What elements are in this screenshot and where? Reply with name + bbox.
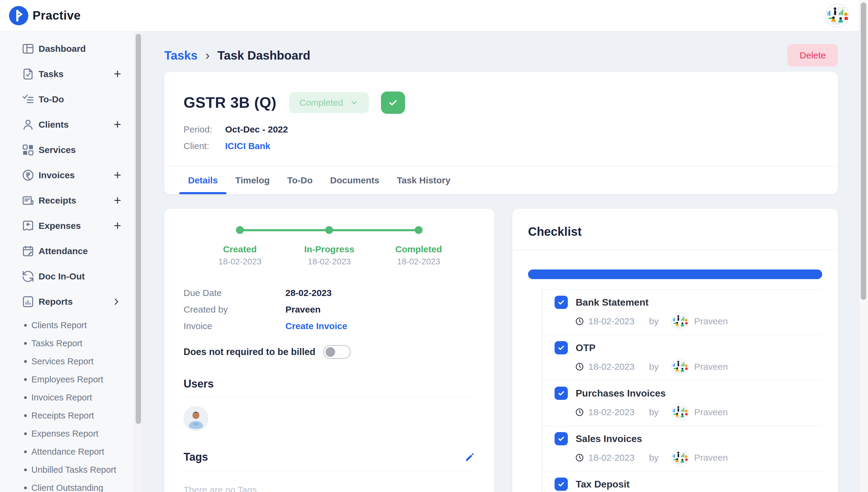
window-scrollbar-track [859,0,868,492]
checklist-item-meta: 18-02-2023byPraveen [575,358,822,375]
bullet-icon [24,487,27,489]
checklist-item-user: Praveen [694,362,728,372]
sidebar-item-services[interactable]: Services [0,137,143,163]
bullet-icon [24,414,27,417]
expenses-icon [21,219,35,233]
checkbox-checked-icon[interactable] [555,341,568,354]
sidebar-item-receipts[interactable]: Receipts+ [0,188,143,213]
sidebar-report-item-invoices-report[interactable]: Invoices Report [0,388,143,407]
sidebar-item-doc-in-out[interactable]: Doc In-Out [0,264,143,289]
sidebar-report-item-receipts-report[interactable]: Receipts Report [0,407,143,424]
tags-heading: Tags [184,451,208,463]
checklist-progress-bar [528,270,822,279]
sidebar-report-item-expenses-report[interactable]: Expenses Report [0,424,143,443]
tab-to-do[interactable]: To-Do [279,166,321,194]
timeline-step-date: 18-02-2023 [218,257,261,267]
assigned-user-avatar [184,406,208,431]
sidebar-item-invoices[interactable]: Invoices+ [0,163,143,188]
checklist-item-title-row: OTP [555,341,822,354]
services-icon [21,143,35,157]
sidebar-item-dashboard[interactable]: Dashboard [0,36,143,62]
checklist-items: Bank Statement18-02-2023byPraveenOTP18-0… [542,289,822,492]
user-avatar[interactable] [825,4,849,28]
sidebar-item-expenses[interactable]: Expenses+ [0,213,143,239]
checklist-item-meta: 18-02-2023byPraveen [575,449,822,466]
sidebar-report-item-tasks-report[interactable]: Tasks Report [0,334,143,352]
period-row: Period: Oct-Dec - 2022 [184,121,819,138]
page-title: Task Dashboard [217,49,310,62]
tab-timelog[interactable]: Timelog [226,166,278,194]
sidebar-report-item-employees-report[interactable]: Employees Report [0,370,143,388]
sidebar-report-item-services-report[interactable]: Services Report [0,352,143,370]
report-item-label: Invoices Report [31,393,92,402]
page-header: Tasks › Task Dashboard Delete [164,44,838,67]
checkbox-checked-icon[interactable] [555,387,568,400]
breadcrumb-separator: › [205,48,209,63]
checklist-item-meta: 18-02-2023byPraveen [575,403,822,421]
sidebar-item-attendance[interactable]: Attendance [0,239,143,264]
billing-toggle[interactable] [323,345,351,359]
task-header-card: GSTR 3B (Q) Completed Period: Oct-Dec - … [164,72,838,194]
checklist-item-title: Purchases Invoices [576,388,666,399]
attendance-icon [21,244,35,258]
sidebar: DashboardTasks+To-DoClients+ServicesInvo… [0,31,143,492]
bullet-icon [24,468,27,471]
tab-task-history[interactable]: Task History [388,166,459,194]
sidebar-item-tasks[interactable]: Tasks+ [0,62,143,87]
brand: Practive [9,6,81,25]
client-link[interactable]: ICICI Bank [225,141,271,151]
chevron-right-icon[interactable] [112,297,121,306]
checklist-item-otp: OTP18-02-2023byPraveen [542,335,822,380]
create-invoice-link[interactable]: Create Invoice [285,321,347,331]
due-date-row: Due Date 28-02-2023 [184,285,475,301]
sidebar-item-to-do[interactable]: To-Do [0,87,143,112]
pencil-icon[interactable] [465,452,475,462]
bullet-icon [24,360,27,363]
bullet-icon [24,396,27,399]
sidebar-report-item-unbilled-tasks-report[interactable]: Unbilled Tasks Report [0,461,143,479]
sidebar-scrollbar-thumb[interactable] [136,34,141,424]
tab-details[interactable]: Details [179,166,226,194]
checklist-item-title: Sales Invoices [576,433,642,444]
receipts-icon [21,194,35,207]
timeline-step-completed: Completed18-02-2023 [374,226,464,267]
reports-icon [21,295,35,309]
sidebar-report-item-attendance-report[interactable]: Attendance Report [0,443,143,461]
sidebar-item-reports[interactable]: Reports [0,289,143,314]
tab-documents[interactable]: Documents [321,166,388,194]
mark-complete-button[interactable] [381,92,405,114]
status-badge[interactable]: Completed [289,92,369,113]
plus-icon[interactable]: + [114,194,121,207]
billing-toggle-label: Does not required to be billed [184,347,315,358]
timeline-dot [236,226,244,234]
sidebar-report-item-client-outstanding[interactable]: Client Outstanding [0,479,143,492]
clock-icon [575,317,584,326]
checkbox-checked-icon[interactable] [555,432,568,445]
invoices-icon [21,168,35,182]
bullet-icon [24,433,27,435]
plus-icon[interactable]: + [114,169,121,181]
todo-icon [21,93,35,106]
checkbox-checked-icon[interactable] [555,296,568,309]
checklist-item-title: Tax Deposit [576,479,630,490]
sidebar-item-clients[interactable]: Clients+ [0,112,143,137]
checklist-item-user: Praveen [694,316,728,326]
sidebar-report-item-clients-report[interactable]: Clients Report [0,316,143,334]
created-by-label: Created by [184,304,285,315]
topbar: Practive [0,0,868,31]
invoice-label: Invoice [184,321,285,331]
plus-icon[interactable]: + [114,68,121,80]
details-card: Created18-02-2023In-Progress18-02-2023Co… [164,209,494,492]
checkbox-checked-icon[interactable] [555,477,568,491]
breadcrumb-tasks-link[interactable]: Tasks [164,49,197,62]
delete-button[interactable]: Delete [788,44,838,67]
clock-icon [575,362,584,371]
checklist-item-purchases-invoices: Purchases Invoices18-02-2023byPraveen [542,380,822,426]
plus-icon[interactable]: + [114,220,121,232]
plus-icon[interactable]: + [114,118,121,131]
toggle-knob [326,347,335,357]
breadcrumb: Tasks › Task Dashboard [164,48,310,63]
window-scrollbar-thumb[interactable] [861,2,866,300]
tasks-icon [21,67,35,81]
clock-icon [575,408,584,417]
